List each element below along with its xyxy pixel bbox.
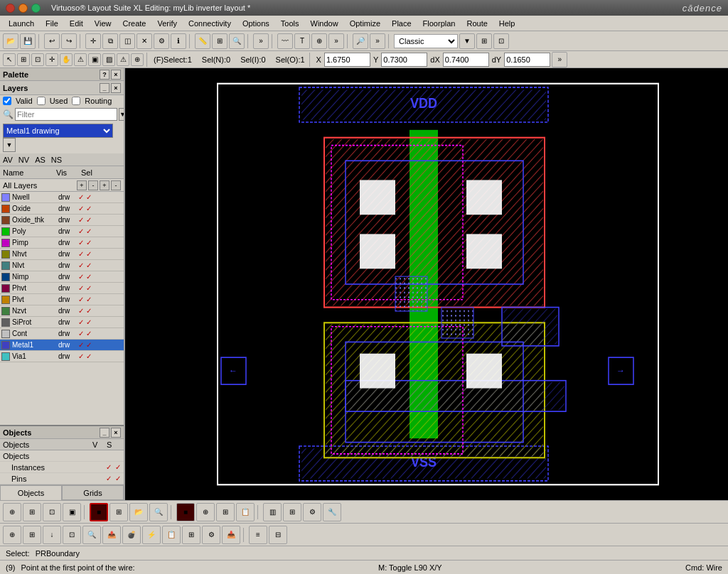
menu-tools[interactable]: Tools [275,18,305,29]
dx-input[interactable]: 0.7400 [443,53,489,67]
bt1-btn1[interactable]: ⊕ [3,503,21,521]
bt2-btn2[interactable]: ⊞ [23,526,41,544]
bt1-btn11[interactable]: ⊞ [216,503,235,521]
layer-row-plvt[interactable]: Plvt drw ✓ ✓ [0,294,124,305]
disp-btn1[interactable]: ▼ [459,33,475,49]
objects-close-btn[interactable]: × [111,428,121,438]
select-btn2[interactable]: ⊞ [17,53,30,66]
layer-row-nimp[interactable]: Nimp drw ✓ ✓ [0,271,124,283]
close-button[interactable] [6,4,15,13]
menu-optimize[interactable]: Optimize [344,18,386,29]
routing-checkbox[interactable] [72,97,80,105]
select-arrow[interactable]: ↖ [3,53,16,66]
menu-connectivity[interactable]: Connectivity [183,18,237,29]
menu-file[interactable]: File [40,18,64,29]
select-btn4[interactable]: ✛ [46,53,58,66]
all-layers-add-vis[interactable]: + [77,180,87,190]
layer-row-poly[interactable]: Poly drw ✓ ✓ [0,226,124,237]
select-btn7[interactable]: ▣ [88,53,101,66]
select-btn3[interactable]: ⊡ [31,53,44,66]
save-btn[interactable]: 💾 [20,33,36,49]
bt2-btn13[interactable]: ≡ [249,526,267,544]
filter-dropdown-btn[interactable]: ▼ [119,108,125,121]
select-btn8[interactable]: ▨ [102,53,115,66]
all-layers-add-sel[interactable]: + [100,180,109,190]
bt1-btn7[interactable]: 📂 [129,503,148,521]
move-btn[interactable]: ✛ [85,33,101,49]
more-btn[interactable]: » [253,33,269,49]
tab-objects[interactable]: Objects [0,485,62,500]
menu-launch[interactable]: Launch [3,18,40,29]
menu-help[interactable]: Help [493,18,521,29]
layer-row-siprot[interactable]: SiProt drw ✓ ✓ [0,317,124,328]
bt1-btn13[interactable]: ▥ [263,503,282,521]
more2-btn[interactable]: » [328,33,344,49]
bt2-btn8[interactable]: ⚡ [142,526,161,544]
select-btn9[interactable]: ⚠ [117,53,129,66]
valid-checkbox[interactable] [3,97,11,105]
mirror-btn[interactable]: ◫ [119,33,135,49]
bt2-btn9[interactable]: 📋 [162,526,181,544]
bt2-btn5[interactable]: 🔍 [82,526,101,544]
bt1-btn2[interactable]: ⊞ [23,503,41,521]
text-btn[interactable]: T [294,33,310,49]
layer-row-oxide_thk[interactable]: Oxide_thk drw ✓ ✓ [0,215,124,226]
objects-minimize-btn[interactable]: _ [100,428,109,438]
menu-edit[interactable]: Edit [64,18,89,29]
menu-place[interactable]: Place [386,18,417,29]
more4-btn[interactable]: » [552,52,567,67]
disp-btn2[interactable]: ⊞ [476,33,492,49]
more3-btn[interactable]: » [370,33,385,49]
layer-row-nhvt[interactable]: Nhvt drw ✓ ✓ [0,249,124,260]
layers-minimize-btn[interactable]: _ [100,83,109,93]
y-input[interactable]: 0.7300 [381,53,427,67]
tab-grids[interactable]: Grids [62,485,124,500]
zoom-fit-btn[interactable]: ⊞ [212,33,228,49]
layer-row-via1[interactable]: Via1 drw ✓ ✓ [0,351,124,362]
layer-row-nzvt[interactable]: Nzvt drw ✓ ✓ [0,305,124,317]
copy-btn[interactable]: ⧉ [102,33,118,49]
bt1-btn3[interactable]: ⊡ [43,503,61,521]
bt1-btn16[interactable]: 🔧 [323,503,341,521]
menu-floorplan[interactable]: Floorplan [417,18,461,29]
layer-row-cont[interactable]: Cont drw ✓ ✓ [0,328,124,340]
zoom-in-btn[interactable]: 🔍 [229,33,245,49]
menu-route[interactable]: Route [461,18,493,29]
bt1-btn15[interactable]: ⚙ [303,503,321,521]
menu-options[interactable]: Options [237,18,275,29]
menu-view[interactable]: View [89,18,117,29]
bt2-btn3[interactable]: ↓ [43,526,61,544]
minimize-button[interactable] [18,4,28,13]
bt1-btn5[interactable]: ■ [90,503,108,521]
ruler-btn[interactable]: 📏 [195,33,210,49]
bt2-btn4[interactable]: ⊡ [63,526,81,544]
bt2-btn7[interactable]: 💣 [122,526,141,544]
select-btn6[interactable]: ⚠ [74,53,87,66]
menu-create[interactable]: Create [117,18,151,29]
bt1-btn14[interactable]: ⊞ [283,503,301,521]
redo-btn[interactable]: ↪ [61,33,77,49]
bt2-btn6[interactable]: 📤 [102,526,121,544]
all-layers-remove-vis[interactable]: - [88,180,98,190]
bt2-btn12[interactable]: 📥 [222,526,240,544]
bt2-btn11[interactable]: ⚙ [202,526,220,544]
bt2-btn1[interactable]: ⊕ [3,526,21,544]
x-input[interactable]: 1.6750 [324,53,370,67]
canvas-area[interactable]: VDD VSS ← → [125,68,728,500]
all-layers-remove-sel[interactable]: - [111,180,121,190]
palette-close-btn[interactable]: × [111,70,121,80]
layer-row-metal1[interactable]: Metal1 drw ✓ ✓ [0,340,124,351]
delete-btn[interactable]: ✕ [136,33,152,49]
used-checkbox[interactable] [37,97,46,105]
layer-row-nlvt[interactable]: Nlvt drw ✓ ✓ [0,260,124,271]
layer-row-phvt[interactable]: Phvt drw ✓ ✓ [0,283,124,294]
bt1-btn4[interactable]: ▣ [63,503,81,521]
layer-row-oxide[interactable]: Oxide drw ✓ ✓ [0,203,124,215]
menu-window[interactable]: Window [305,18,344,29]
bt2-btn14[interactable]: ⊟ [269,526,287,544]
param-btn[interactable]: ⚙ [154,33,169,49]
bt1-btn8[interactable]: 🔍 [149,503,168,521]
open-btn[interactable]: 📂 [3,33,18,49]
bt1-btn6[interactable]: ⊞ [109,503,128,521]
disp-btn3[interactable]: ⊡ [493,33,509,49]
